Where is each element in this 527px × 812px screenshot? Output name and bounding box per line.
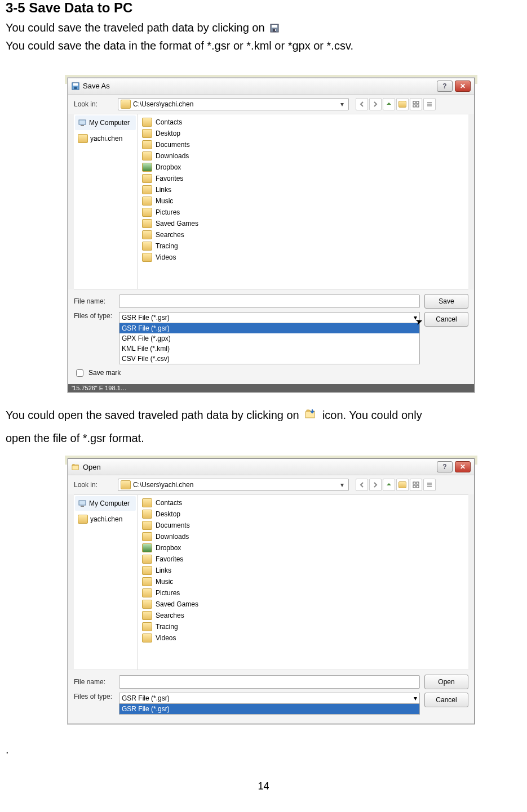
list-item[interactable]: Documents	[142, 520, 464, 531]
new-folder-button[interactable]	[396, 98, 409, 110]
folder-label: Links	[156, 566, 171, 574]
up-button[interactable]	[383, 98, 395, 110]
folder-label: Contacts	[156, 118, 182, 126]
list-item[interactable]: Desktop	[142, 128, 464, 139]
folder-icon	[121, 100, 131, 109]
sidebar-label: My Computer	[89, 119, 130, 127]
look-in-path: C:\Users\yachi.chen	[133, 481, 336, 489]
sidebar-item-my-computer[interactable]: My Computer	[75, 115, 136, 130]
folder-icon	[78, 134, 88, 143]
folder-label: Pictures	[156, 208, 180, 216]
dropbox-icon	[142, 543, 152, 552]
files-of-type-combo[interactable]: GSR File (*.gsr) ▾ GSR File (*.gsr) GPX …	[119, 312, 420, 364]
list-item[interactable]: Dropbox	[142, 162, 464, 173]
cancel-button[interactable]: Cancel	[424, 312, 468, 327]
list-item[interactable]: Videos	[142, 252, 464, 263]
folder-label: Contacts	[156, 499, 182, 507]
list-item[interactable]: Downloads	[142, 150, 464, 162]
forward-button[interactable]	[369, 479, 382, 491]
folder-label: Favorites	[156, 555, 183, 563]
list-item[interactable]: Desktop	[142, 508, 464, 520]
folder-label: Searches	[156, 612, 184, 619]
list-item[interactable]: Documents	[142, 139, 464, 150]
filetype-option[interactable]: GSR File (*.gsr)	[119, 323, 419, 333]
folder-label: Dropbox	[156, 163, 181, 171]
help-button[interactable]: ?	[437, 461, 453, 472]
help-button[interactable]: ?	[437, 81, 453, 92]
list-item[interactable]: Music	[142, 576, 464, 587]
file-name-input[interactable]	[119, 675, 420, 689]
list-item[interactable]: Tracing	[142, 621, 464, 632]
folder-icon	[121, 480, 131, 489]
sidebar-item-user[interactable]: yachi.chen	[75, 512, 136, 527]
list-item[interactable]: Contacts	[142, 117, 464, 128]
list-item[interactable]: Searches	[142, 610, 464, 621]
list-item[interactable]: Downloads	[142, 531, 464, 542]
list-item[interactable]: Contacts	[142, 497, 464, 508]
open-button[interactable]: Open	[424, 675, 468, 689]
folder-icon	[142, 622, 152, 631]
chevron-down-icon: ▾	[414, 694, 417, 702]
filetype-selected: GSR File (*.gsr)	[122, 694, 170, 702]
save-as-dialog: Save As ? ✕ Look in: C:\Users\yachi.chen…	[68, 78, 475, 392]
view-details-button[interactable]	[423, 98, 436, 110]
list-item[interactable]: Tracing	[142, 240, 464, 252]
close-button[interactable]: ✕	[455, 81, 471, 92]
list-item[interactable]: Pictures	[142, 207, 464, 218]
cancel-button[interactable]: Cancel	[424, 693, 468, 707]
sidebar-item-my-computer[interactable]: My Computer	[75, 496, 136, 511]
folder-icon	[142, 600, 152, 609]
folder-icon	[142, 230, 152, 239]
folder-icon	[142, 555, 152, 564]
view-list-button[interactable]	[410, 479, 422, 491]
save-icon	[270, 20, 279, 37]
svg-rect-20	[413, 485, 415, 488]
list-item[interactable]: Links	[142, 184, 464, 195]
back-button[interactable]	[356, 479, 368, 491]
list-item[interactable]: Music	[142, 195, 464, 207]
look-in-label: Look in:	[74, 481, 114, 489]
list-item[interactable]: Links	[142, 565, 464, 576]
back-button[interactable]	[356, 98, 368, 110]
filetype-option[interactable]: CSV File (*.csv)	[119, 354, 419, 364]
view-details-button[interactable]	[423, 479, 436, 491]
filetype-option[interactable]: GSR File (*.gsr)	[119, 704, 419, 714]
folder-label: Music	[156, 197, 173, 205]
list-item[interactable]: Saved Games	[142, 599, 464, 610]
file-name-input[interactable]	[119, 295, 420, 308]
sidebar-item-user[interactable]: yachi.chen	[75, 131, 136, 146]
folder-icon	[142, 208, 152, 217]
filetype-option[interactable]: KML File (*.kml)	[119, 343, 419, 354]
folder-list: Contacts Desktop Documents Downloads Dro…	[138, 114, 468, 289]
svg-rect-15	[81, 125, 84, 126]
filetype-option[interactable]: GPX File (*.gpx)	[119, 333, 419, 343]
list-item[interactable]: Favorites	[142, 554, 464, 565]
folder-label: Desktop	[156, 130, 180, 137]
folder-label: Downloads	[156, 533, 189, 541]
intro-line1: You could save the traveled path data by…	[6, 21, 265, 34]
files-of-type-combo[interactable]: GSR File (*.gsr) ▾ GSR File (*.gsr)	[119, 693, 420, 715]
look-in-combo[interactable]: C:\Users\yachi.chen ▾	[118, 98, 349, 110]
list-item[interactable]: Videos	[142, 632, 464, 644]
list-item[interactable]: Dropbox	[142, 542, 464, 554]
folder-icon	[142, 566, 152, 575]
new-folder-button[interactable]	[396, 479, 409, 491]
svg-rect-21	[417, 485, 419, 488]
open-dialog: Open ? ✕ Look in: C:\Users\yachi.chen ▾	[68, 458, 475, 724]
look-in-combo[interactable]: C:\Users\yachi.chen ▾	[118, 479, 349, 491]
view-list-button[interactable]	[410, 98, 422, 110]
list-item[interactable]: Favorites	[142, 173, 464, 184]
save-button[interactable]: Save	[424, 294, 468, 309]
folder-label: Saved Games	[156, 600, 198, 608]
list-item[interactable]: Pictures	[142, 587, 464, 599]
list-item[interactable]: Searches	[142, 229, 464, 240]
up-button[interactable]	[383, 479, 395, 491]
folder-icon	[78, 515, 88, 524]
save-mark-checkbox[interactable]	[76, 369, 83, 377]
list-item[interactable]: Saved Games	[142, 218, 464, 229]
close-button[interactable]: ✕	[455, 461, 471, 472]
folder-label: Videos	[156, 634, 176, 642]
folder-label: Favorites	[156, 175, 183, 182]
forward-button[interactable]	[369, 98, 382, 110]
svg-rect-25	[79, 501, 86, 505]
